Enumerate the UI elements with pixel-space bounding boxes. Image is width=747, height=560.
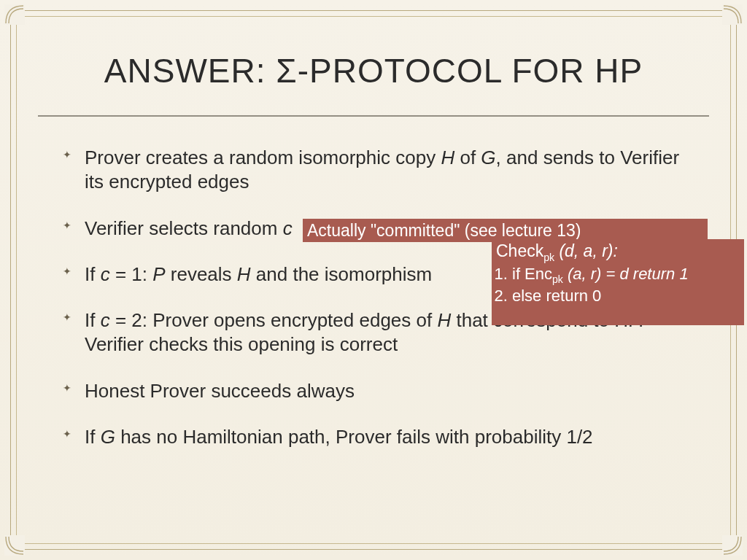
text: else return 0 bbox=[512, 287, 601, 305]
text: has no Hamiltonian path, Prover fails wi… bbox=[115, 426, 593, 448]
slide-title: ANSWER: Σ-PROTOCOL FOR HP bbox=[0, 51, 747, 90]
corner-ornament-icon bbox=[4, 4, 25, 25]
text: If bbox=[85, 426, 101, 448]
corner-ornament-icon bbox=[722, 4, 743, 25]
text: Prover creates a random isomorphic copy bbox=[85, 147, 441, 168]
callout-steps: if Encpk (a, r) = d return 1 else return… bbox=[512, 264, 740, 307]
callout-step: else return 0 bbox=[512, 286, 740, 307]
text: reveals bbox=[166, 263, 237, 285]
var-H: H bbox=[437, 309, 451, 331]
text: (d, a, r): bbox=[554, 241, 618, 260]
text: and the isomorphism bbox=[251, 263, 433, 285]
var-H: H bbox=[237, 263, 251, 285]
text: (a, r) = d return 1 bbox=[563, 265, 689, 283]
callout-text: Actually "committed" (see lecture 13) bbox=[307, 221, 581, 240]
var-H: H bbox=[441, 147, 454, 168]
text: Honest Prover succeeds always bbox=[85, 380, 355, 402]
callout-check: Checkpk (d, a, r): if Encpk (a, r) = d r… bbox=[492, 239, 744, 325]
var-c: c bbox=[283, 217, 293, 239]
var-P: P bbox=[152, 263, 165, 285]
text: Verifier selects random bbox=[85, 217, 283, 239]
callout-heading: Checkpk (d, a, r): bbox=[496, 241, 740, 264]
text: If bbox=[85, 309, 101, 331]
var-c: c bbox=[101, 309, 110, 331]
text: Check bbox=[496, 241, 543, 260]
text: = 2: Prover opens encrypted edges of bbox=[110, 309, 438, 331]
corner-ornament-icon bbox=[722, 535, 743, 556]
text: If bbox=[85, 263, 101, 285]
var-c: c bbox=[101, 263, 110, 285]
var-G: G bbox=[481, 147, 495, 168]
slide-page: ANSWER: Σ-PROTOCOL FOR HP Prover creates… bbox=[0, 0, 747, 560]
bullet-item: Prover creates a random isomorphic copy … bbox=[63, 146, 703, 195]
text: = 1: bbox=[110, 263, 153, 285]
callout-step: if Encpk (a, r) = d return 1 bbox=[512, 264, 740, 287]
text: of bbox=[454, 147, 481, 168]
subscript: pk bbox=[543, 252, 554, 263]
bullet-item: Honest Prover succeeds always bbox=[63, 379, 703, 403]
bullet-item: If G has no Hamiltonian path, Prover fai… bbox=[63, 425, 703, 449]
var-G: G bbox=[101, 426, 115, 448]
subscript: pk bbox=[552, 273, 563, 285]
title-underline bbox=[38, 115, 709, 117]
text: if Enc bbox=[512, 265, 552, 283]
corner-ornament-icon bbox=[4, 535, 25, 556]
